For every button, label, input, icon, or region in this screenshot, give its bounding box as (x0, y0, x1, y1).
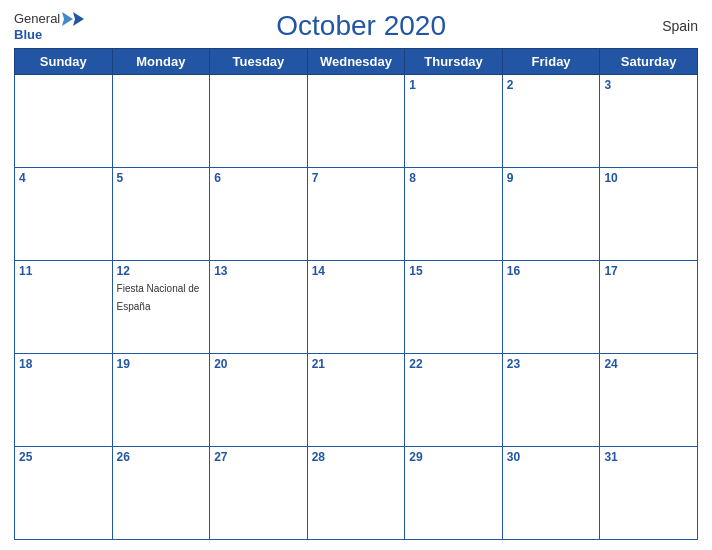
month-title: October 2020 (84, 10, 638, 42)
day-number: 4 (19, 171, 108, 185)
day-number: 24 (604, 357, 693, 371)
col-saturday: Saturday (600, 49, 698, 75)
day-number: 3 (604, 78, 693, 92)
day-number: 21 (312, 357, 401, 371)
calendar-cell: 5 (112, 168, 210, 261)
calendar-cell: 18 (15, 354, 113, 447)
day-number: 2 (507, 78, 596, 92)
calendar-cell: 29 (405, 447, 503, 540)
calendar-cell (307, 75, 405, 168)
calendar-cell: 8 (405, 168, 503, 261)
calendar-body: 123456789101112Fiesta Nacional de España… (15, 75, 698, 540)
calendar-cell: 17 (600, 261, 698, 354)
col-tuesday: Tuesday (210, 49, 308, 75)
day-number: 17 (604, 264, 693, 278)
day-number: 25 (19, 450, 108, 464)
day-number: 16 (507, 264, 596, 278)
day-number: 6 (214, 171, 303, 185)
week-row-4: 25262728293031 (15, 447, 698, 540)
calendar-cell: 7 (307, 168, 405, 261)
logo: General Blue (14, 11, 84, 42)
day-number: 11 (19, 264, 108, 278)
day-number: 18 (19, 357, 108, 371)
calendar-cell: 2 (502, 75, 600, 168)
calendar-cell: 15 (405, 261, 503, 354)
calendar-cell: 13 (210, 261, 308, 354)
calendar-cell: 31 (600, 447, 698, 540)
logo-bird-icon (62, 11, 84, 27)
country-label: Spain (638, 18, 698, 34)
col-friday: Friday (502, 49, 600, 75)
calendar-cell: 22 (405, 354, 503, 447)
day-number: 7 (312, 171, 401, 185)
calendar-page: General Blue October 2020 Spain Sunday M… (0, 0, 712, 550)
calendar-cell: 1 (405, 75, 503, 168)
calendar-cell: 20 (210, 354, 308, 447)
day-number: 29 (409, 450, 498, 464)
day-number: 15 (409, 264, 498, 278)
days-header-row: Sunday Monday Tuesday Wednesday Thursday… (15, 49, 698, 75)
day-number: 5 (117, 171, 206, 185)
day-number: 19 (117, 357, 206, 371)
calendar-cell: 12Fiesta Nacional de España (112, 261, 210, 354)
logo-blue-text: Blue (14, 27, 42, 42)
day-number: 22 (409, 357, 498, 371)
week-row-2: 1112Fiesta Nacional de España1314151617 (15, 261, 698, 354)
calendar-header: General Blue October 2020 Spain (14, 10, 698, 42)
col-wednesday: Wednesday (307, 49, 405, 75)
day-number: 23 (507, 357, 596, 371)
calendar-cell: 6 (210, 168, 308, 261)
week-row-1: 45678910 (15, 168, 698, 261)
svg-marker-0 (73, 12, 84, 26)
week-row-0: 123 (15, 75, 698, 168)
calendar-cell: 23 (502, 354, 600, 447)
calendar-cell: 4 (15, 168, 113, 261)
day-number: 26 (117, 450, 206, 464)
col-monday: Monday (112, 49, 210, 75)
calendar-cell: 10 (600, 168, 698, 261)
week-row-3: 18192021222324 (15, 354, 698, 447)
day-number: 20 (214, 357, 303, 371)
day-number: 14 (312, 264, 401, 278)
calendar-cell: 26 (112, 447, 210, 540)
day-number: 12 (117, 264, 206, 278)
day-number: 13 (214, 264, 303, 278)
calendar-table: Sunday Monday Tuesday Wednesday Thursday… (14, 48, 698, 540)
calendar-cell: 3 (600, 75, 698, 168)
calendar-cell: 28 (307, 447, 405, 540)
calendar-cell: 25 (15, 447, 113, 540)
calendar-cell: 24 (600, 354, 698, 447)
calendar-cell (210, 75, 308, 168)
svg-marker-1 (62, 12, 73, 26)
calendar-cell: 11 (15, 261, 113, 354)
day-number: 1 (409, 78, 498, 92)
calendar-cell: 21 (307, 354, 405, 447)
col-thursday: Thursday (405, 49, 503, 75)
day-number: 30 (507, 450, 596, 464)
calendar-cell: 9 (502, 168, 600, 261)
calendar-cell: 16 (502, 261, 600, 354)
calendar-cell: 19 (112, 354, 210, 447)
calendar-cell: 30 (502, 447, 600, 540)
day-number: 27 (214, 450, 303, 464)
calendar-cell: 27 (210, 447, 308, 540)
day-number: 8 (409, 171, 498, 185)
calendar-cell: 14 (307, 261, 405, 354)
calendar-cell (112, 75, 210, 168)
col-sunday: Sunday (15, 49, 113, 75)
calendar-cell (15, 75, 113, 168)
day-number: 28 (312, 450, 401, 464)
day-number: 31 (604, 450, 693, 464)
logo-general-text: General (14, 11, 60, 26)
day-number: 9 (507, 171, 596, 185)
day-number: 10 (604, 171, 693, 185)
event-label: Fiesta Nacional de España (117, 283, 200, 312)
